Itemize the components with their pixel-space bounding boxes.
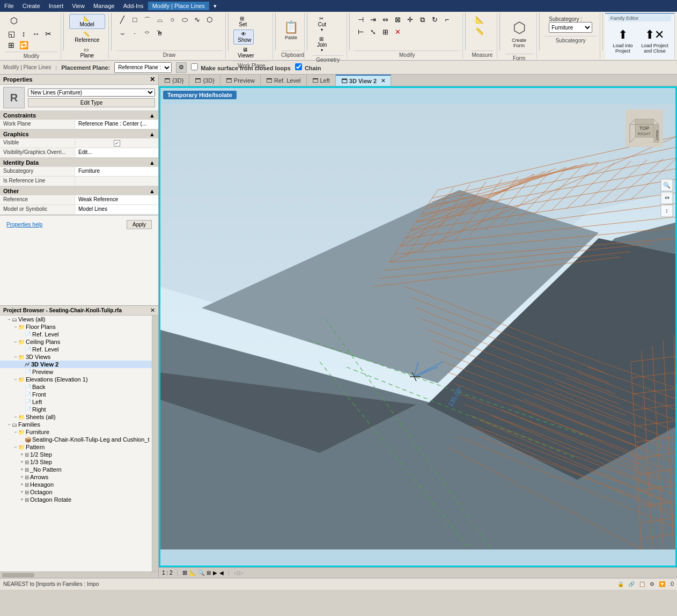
family-name-select[interactable]: New Lines (Furniture) [28, 89, 155, 97]
ribbon-tool-2[interactable]: ↕ [18, 28, 30, 39]
tree-octagon-rotate[interactable]: + ⊞ Octagon Rotate [0, 496, 152, 503]
floor-plans-expand-icon[interactable]: − [13, 324, 18, 329]
tab-3d-2[interactable]: 🗖 {3D} [189, 75, 220, 86]
tree-pattern[interactable]: − 📁 Pattern [0, 443, 152, 451]
ribbon-tool-5[interactable]: ⊞ [5, 40, 17, 50]
make-surface-checkbox[interactable] [191, 63, 198, 70]
browser-scrollbar-h[interactable] [0, 571, 158, 578]
draw-ellipse[interactable]: ⬭ [179, 14, 190, 26]
create-form-btn[interactable]: ⬡ CreateForm [505, 14, 533, 53]
show-btn[interactable]: 👁 Show [233, 30, 254, 45]
menu-file[interactable]: File [0, 2, 18, 10]
menu-modify-place-lines[interactable]: Modify | Place Lines [148, 2, 209, 10]
tree-floor-ref-level[interactable]: 📄 Ref. Level [0, 331, 152, 338]
tree-3d-view-2[interactable]: 🗲 3D View 2 [0, 361, 152, 368]
draw-spline[interactable]: ∿ [191, 14, 203, 25]
status-icon-2[interactable]: 🔗 [628, 581, 635, 587]
trim-btn[interactable]: ⌐ [441, 14, 453, 25]
mirror1-btn[interactable]: ⇔ [379, 14, 391, 25]
copy-btn[interactable]: ⧉ [416, 14, 428, 26]
set-btn[interactable]: ⊞ Set [233, 14, 251, 29]
tab-3d-view-2[interactable]: 🗖 3D View 2 ✕ [336, 75, 391, 86]
tree-families[interactable]: − 🗂 Families [0, 421, 152, 428]
tree-left[interactable]: 📄 Left [0, 398, 152, 406]
tree-floor-plans[interactable]: − 📁 Floor Plans [0, 323, 152, 331]
modify-select-btn[interactable]: ⬡ [5, 14, 23, 27]
viewport-tool-1[interactable]: 📐 [189, 570, 196, 576]
join-btn[interactable]: ⊞ Join ▾ [313, 34, 330, 54]
status-icon-1[interactable]: 🔒 [617, 581, 624, 587]
status-icon-4[interactable]: ⚙ [650, 581, 654, 587]
load-project-close-btn[interactable]: ⬆✕ Load Project and Close [638, 21, 671, 60]
menu-more[interactable]: ▾ [209, 2, 221, 11]
reference-value[interactable]: Weak Reference [75, 195, 158, 204]
tree-octagon[interactable]: + ⊞ Octagon [0, 488, 152, 496]
browser-close-btn[interactable]: ✕ [150, 307, 155, 314]
tree-elevations[interactable]: − 📁 Elevations (Elevation 1) [0, 376, 152, 383]
measure-btn1[interactable]: 📐 [471, 14, 488, 25]
delete-btn[interactable]: ✕ [392, 26, 403, 38]
menu-insert[interactable]: Insert [45, 2, 68, 10]
subcategory-select[interactable]: Furniture [549, 22, 592, 33]
no-pattern-expand-icon[interactable]: + [19, 467, 25, 472]
tree-arrows[interactable]: + ⊞ Arrows [0, 473, 152, 481]
viewer-btn[interactable]: 🖥 Viewer [233, 45, 256, 60]
menu-addins[interactable]: Add-Ins [119, 2, 148, 10]
placement-plane-select[interactable]: Reference Plane : [114, 62, 172, 73]
tree-ceiling-plans[interactable]: − 📁 Ceiling Plans [0, 338, 152, 346]
ribbon-tool-4[interactable]: ✂ [42, 28, 54, 39]
vis-graphics-value[interactable]: Edit... [75, 148, 158, 157]
load-into-project-btn[interactable]: ⬆ Load into Project [608, 21, 637, 60]
viewport-3d[interactable]: Temporary Hide/Isolate [159, 86, 677, 567]
draw-arc2[interactable]: ⌓ [154, 14, 166, 26]
tree-hexagon[interactable]: + ⊞ Hexagon [0, 481, 152, 488]
ceiling-plans-expand-icon[interactable]: − [13, 339, 18, 344]
paste-btn[interactable]: 📋 Paste [281, 14, 301, 46]
reference-btn[interactable]: 📏 Reference [69, 30, 105, 45]
properties-help-link[interactable]: Properties help [3, 219, 46, 230]
menu-view[interactable]: View [68, 2, 89, 10]
mirror2-btn[interactable]: ⊠ [392, 14, 403, 25]
ribbon-tool-6[interactable]: 🔁 [18, 40, 30, 50]
tab-close-btn[interactable]: ✕ [381, 78, 385, 84]
properties-close-btn[interactable]: ✕ [150, 76, 155, 83]
cut-btn[interactable]: ✂ Cut ▾ [313, 14, 330, 34]
constraints-header[interactable]: Constraints ▲ [0, 111, 158, 120]
pattern-expand-icon[interactable]: − [13, 444, 18, 450]
viewport-tool-4[interactable]: ▶ [213, 570, 217, 576]
octagon-expand-icon[interactable]: + [19, 489, 25, 495]
tree-seating-chair[interactable]: 📦 Seating-Chair-Knoll-Tulip-Leg and Cush… [0, 436, 152, 443]
visible-checkbox[interactable] [114, 140, 120, 146]
tree-sheets-all[interactable]: − 📁 Sheets (all) [0, 413, 152, 421]
placement-settings-btn[interactable]: ⚙ [176, 62, 187, 73]
ribbon-tool-3[interactable]: ↔ [30, 28, 42, 39]
tree-half-step[interactable]: + ⊞ 1/2 Step [0, 451, 152, 458]
tab-preview[interactable]: 🗖 Preview [220, 75, 261, 86]
rotate-btn[interactable]: ↻ [429, 14, 440, 25]
chain-checkbox[interactable] [295, 63, 302, 70]
scale-btn[interactable]: ⤡ [367, 26, 379, 38]
menu-manage[interactable]: Manage [89, 2, 119, 10]
tab-left[interactable]: 🗖 Left [307, 75, 336, 86]
tree-front[interactable]: 📄 Front [0, 391, 152, 398]
tree-back[interactable]: 📄 Back [0, 383, 152, 391]
status-icon-5[interactable]: 🔽 [659, 581, 665, 587]
tree-right[interactable]: 📄 Right [0, 406, 152, 413]
tab-ref-level[interactable]: 🗖 Ref. Level [261, 75, 307, 86]
draw-rect[interactable]: □ [129, 14, 141, 25]
draw-circle[interactable]: ○ [166, 14, 178, 25]
half-step-expand-icon[interactable]: + [19, 452, 25, 457]
model-symbolic-value[interactable]: Model Lines [75, 205, 158, 214]
arrows-expand-icon[interactable]: + [19, 474, 25, 480]
draw-pick[interactable]: 🖱 [153, 27, 166, 39]
viewport-tool-3[interactable]: ⊞ [207, 570, 211, 576]
tree-3d-views[interactable]: − 📁 3D Views [0, 353, 152, 361]
trim2-btn[interactable]: ⊢ [355, 26, 366, 38]
viewport-tool-5[interactable]: ◀ [219, 570, 224, 576]
sheets-expand-icon[interactable]: − [13, 414, 18, 420]
model-btn[interactable]: 📐 Model [69, 14, 105, 29]
octagon-rotate-expand-icon[interactable]: + [19, 497, 25, 502]
tree-furniture[interactable]: − 📁 Furniture [0, 428, 152, 436]
tree-views-all[interactable]: − 🗂 Views (all) [0, 316, 152, 323]
ribbon-tool-1[interactable]: ◱ [5, 28, 17, 39]
